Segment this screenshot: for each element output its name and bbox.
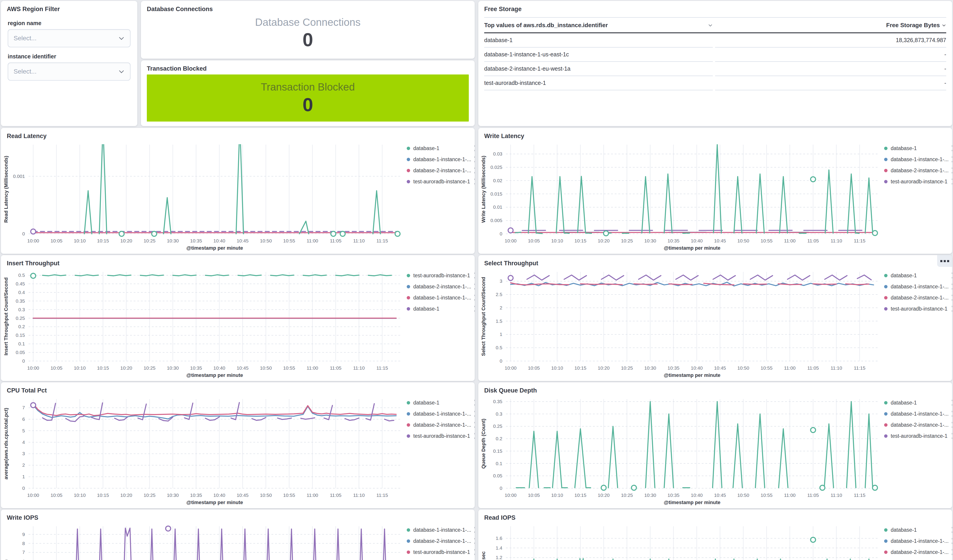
legend-item[interactable]: database-1-instance-1-... bbox=[407, 526, 475, 534]
legend-series-label[interactable]: test-auroradb-instance-1 bbox=[413, 179, 471, 185]
legend-series-label[interactable]: test-auroradb-instance-1 bbox=[413, 433, 471, 439]
legend-actions-icon[interactable] bbox=[952, 167, 952, 173]
legend-series-label[interactable]: database-2-instance-1-... bbox=[891, 549, 949, 555]
legend-series-label[interactable]: database-1-instance-1-... bbox=[413, 411, 471, 417]
legend-item[interactable]: database-1-instance-1-... bbox=[407, 294, 475, 302]
legend-actions-icon[interactable] bbox=[952, 549, 952, 555]
table-row[interactable]: test-auroradb-instance-1 - bbox=[484, 76, 946, 90]
region-name-select[interactable]: Select... bbox=[8, 29, 130, 47]
legend-item[interactable]: test-auroradb-instance-1 bbox=[884, 305, 952, 313]
legend-actions-icon[interactable] bbox=[952, 295, 952, 301]
legend-item[interactable]: database-1 bbox=[884, 271, 952, 280]
legend-actions-icon[interactable] bbox=[952, 433, 952, 439]
legend-series-label[interactable]: database-2-instance-1-... bbox=[891, 167, 949, 173]
legend-item[interactable]: database-1-instance-1-... bbox=[884, 537, 952, 545]
legend-item[interactable]: database-1 bbox=[884, 399, 952, 407]
legend-series-label[interactable]: test-auroradb-instance-1 bbox=[891, 433, 949, 439]
sort-chevron-down-icon[interactable] bbox=[942, 23, 946, 28]
svg-text:Read Latency (Milliseconds): Read Latency (Milliseconds) bbox=[3, 156, 9, 223]
legend-item[interactable]: database-1 bbox=[407, 559, 475, 560]
legend-item[interactable]: database-1-instance-1-... bbox=[884, 283, 952, 291]
legend-series-label[interactable]: database-2-instance-1-... bbox=[891, 422, 949, 428]
legend-actions-icon[interactable] bbox=[952, 145, 952, 151]
legend-series-label[interactable]: database-1 bbox=[891, 272, 949, 278]
instance-identifier-select[interactable]: Select... bbox=[8, 62, 130, 80]
legend-item[interactable]: test-auroradb-instance-1 bbox=[407, 432, 475, 440]
legend-actions-icon[interactable] bbox=[952, 411, 952, 417]
table-row[interactable]: database-1-instance-1-us-east-1c - bbox=[484, 48, 946, 62]
legend-item[interactable]: database-2-instance-1-... bbox=[884, 294, 952, 302]
legend-item[interactable]: test-auroradb-instance-1 bbox=[884, 178, 952, 186]
legend-actions-icon[interactable] bbox=[952, 284, 952, 289]
legend-series-label[interactable]: database-1 bbox=[413, 145, 471, 152]
legend-series-label[interactable]: test-auroradb-instance-1 bbox=[413, 272, 471, 278]
legend-series-label[interactable]: database-1-instance-1-... bbox=[891, 411, 949, 417]
legend-item[interactable]: database-1-instance-1-... bbox=[407, 155, 475, 163]
chevron-down-icon[interactable] bbox=[708, 23, 713, 28]
svg-text:10:20: 10:20 bbox=[120, 365, 132, 371]
svg-text:11:00: 11:00 bbox=[307, 492, 318, 498]
column-header-identifier[interactable]: Top values of aws.rds.db_instance.identi… bbox=[484, 22, 608, 29]
legend-item[interactable]: test-auroradb-instance-1 bbox=[884, 559, 952, 560]
legend-item[interactable]: database-1 bbox=[407, 399, 475, 407]
legend-series-label[interactable]: test-auroradb-instance-1 bbox=[891, 306, 949, 312]
legend-series-label[interactable]: database-1-instance-1-... bbox=[413, 295, 471, 301]
legend-item[interactable]: database-2-instance-1-... bbox=[884, 166, 952, 175]
legend-item[interactable]: database-1 bbox=[884, 144, 952, 152]
legend-item[interactable]: database-2-instance-1-... bbox=[407, 283, 475, 291]
legend-item[interactable]: database-2-instance-1-... bbox=[407, 166, 475, 175]
legend-item[interactable]: database-2-instance-1-... bbox=[407, 421, 475, 429]
panel-options-icon[interactable] bbox=[937, 255, 952, 267]
svg-text:11:15: 11:15 bbox=[854, 365, 865, 371]
legend-item[interactable]: database-1 bbox=[407, 305, 475, 313]
legend-actions-icon[interactable] bbox=[952, 272, 952, 278]
legend-item[interactable]: database-2-instance-1-... bbox=[884, 548, 952, 556]
legend-series-label[interactable]: database-2-instance-1-... bbox=[413, 284, 471, 290]
legend-item[interactable]: database-1 bbox=[407, 144, 475, 152]
legend-series-label[interactable]: test-auroradb-instance-1 bbox=[891, 179, 949, 185]
legend-item[interactable]: test-auroradb-instance-1 bbox=[407, 178, 475, 186]
legend-series-label[interactable]: database-1-instance-1-... bbox=[413, 527, 471, 533]
legend-actions-icon[interactable] bbox=[952, 156, 952, 162]
legend-actions-icon[interactable] bbox=[952, 422, 952, 428]
svg-text:10:40: 10:40 bbox=[691, 238, 703, 243]
table-row[interactable]: database-2-instance-1-eu-west-1a - bbox=[484, 62, 946, 76]
legend-item[interactable]: test-auroradb-instance-1 bbox=[407, 548, 475, 556]
legend-series-label[interactable]: database-2-instance-1-... bbox=[413, 422, 471, 428]
svg-text:11:00: 11:00 bbox=[784, 238, 796, 243]
legend-series-label[interactable]: database-2-instance-1-... bbox=[413, 167, 471, 173]
legend-series-label[interactable]: database-1-instance-1-... bbox=[891, 156, 949, 162]
legend-item[interactable]: database-2-instance-1-... bbox=[884, 421, 952, 429]
legend-item[interactable]: test-auroradb-instance-1 bbox=[407, 271, 475, 280]
table-row[interactable]: database-1 18,326,873,774.987 bbox=[484, 33, 946, 48]
legend-series-label[interactable]: test-auroradb-instance-1 bbox=[413, 549, 471, 555]
legend-item[interactable]: database-1-instance-1-... bbox=[884, 155, 952, 163]
legend-item[interactable]: test-auroradb-instance-1 bbox=[884, 432, 952, 440]
legend-series-label[interactable]: database-1-instance-1-... bbox=[413, 156, 471, 162]
legend-item[interactable]: database-2-instance-1-... bbox=[407, 537, 475, 545]
legend-series-label[interactable]: database-1-instance-1-... bbox=[891, 284, 949, 290]
panel-title: Disk Queue Depth bbox=[478, 382, 952, 396]
panel-write-latency: Write Latency 00.0050.010.0150.020.0250.… bbox=[478, 128, 952, 254]
legend-series-label[interactable]: database-2-instance-1-... bbox=[413, 538, 471, 544]
legend-actions-icon[interactable] bbox=[952, 400, 952, 405]
cell-value: - bbox=[715, 76, 946, 90]
legend-series-dot-icon bbox=[407, 551, 410, 554]
legend-actions-icon[interactable] bbox=[952, 306, 952, 312]
column-header-free-storage-bytes[interactable]: Free Storage Bytes bbox=[886, 22, 940, 29]
legend-item[interactable]: database-1 bbox=[884, 526, 952, 534]
legend-actions-icon[interactable] bbox=[952, 527, 952, 533]
legend-series-label[interactable]: database-1 bbox=[413, 400, 471, 406]
legend-series-dot-icon bbox=[407, 539, 410, 543]
legend-actions-icon[interactable] bbox=[952, 179, 952, 184]
legend-series-label[interactable]: database-1 bbox=[891, 145, 949, 152]
legend-series-label[interactable]: database-2-instance-1-... bbox=[891, 295, 949, 301]
legend-series-label[interactable]: database-1 bbox=[891, 400, 949, 406]
legend-series-label[interactable]: database-1 bbox=[413, 306, 471, 312]
svg-text:11:05: 11:05 bbox=[807, 238, 819, 243]
legend-item[interactable]: database-1-instance-1-... bbox=[407, 410, 475, 418]
legend-actions-icon[interactable] bbox=[952, 538, 952, 544]
legend-series-label[interactable]: database-1-instance-1-... bbox=[891, 538, 949, 544]
legend-item[interactable]: database-1-instance-1-... bbox=[884, 410, 952, 418]
legend-series-label[interactable]: database-1 bbox=[891, 527, 949, 533]
